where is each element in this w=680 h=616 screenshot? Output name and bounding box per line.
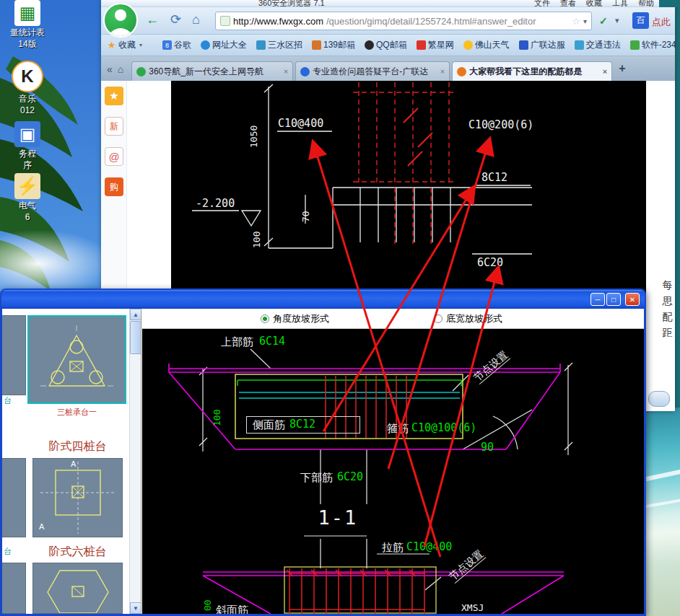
tab-close-icon[interactable]: ×	[440, 67, 445, 76]
security-check-icon[interactable]: ✓	[599, 15, 608, 27]
page-text: 距	[660, 325, 675, 340]
scroll-up-button[interactable]: ▲	[130, 309, 141, 320]
template-card-partial-1[interactable]	[2, 315, 26, 395]
desktop-icon-music[interactable]: K 音乐 012	[1, 61, 53, 115]
page-text: 每	[660, 277, 675, 293]
refresh-button[interactable]: ⟳	[170, 13, 181, 26]
bookmark-label: QQ邮箱	[376, 39, 407, 51]
bookmark-item-sites[interactable]: 网址大全	[201, 39, 247, 51]
wave-streak	[646, 467, 680, 482]
tab-label: 大家帮我看下这里的配筋都是	[469, 66, 600, 78]
favorites-star-icon[interactable]: ★	[105, 87, 123, 105]
close-button[interactable]: ✕	[625, 293, 640, 306]
promo-link[interactable]: 点此	[652, 16, 671, 29]
page-text: 思	[660, 293, 675, 309]
menu-favorites[interactable]: 收藏	[586, 0, 602, 7]
bookmark-label: 收藏	[118, 39, 136, 51]
browser-titlebar[interactable]: 360安全浏览器 7.1 文件 查看 收藏 工具 帮助	[101, 0, 675, 7]
weibo-icon[interactable]: 新	[105, 117, 123, 136]
template-scrollbar[interactable]: ▲ ▼	[129, 309, 141, 614]
radio-width-slope[interactable]: 底宽放坡形式	[434, 312, 502, 325]
nav-dropdown-icon[interactable]: ▾	[615, 16, 619, 25]
bookmark-item-weather[interactable]: 佛山天气	[463, 39, 510, 51]
slope-type-bar: 角度放坡形式 底宽放坡形式	[142, 309, 644, 329]
template-title-four: 阶式四桩台	[32, 439, 123, 454]
tab-360nav[interactable]: 360导航_新一代安全上网导航 ×	[131, 61, 293, 81]
dim-left-100: 100	[212, 410, 222, 426]
tab-label: 专业造价问题答疑平台-广联达	[313, 66, 437, 78]
menu-help[interactable]: 帮助	[638, 0, 654, 7]
radio-angle-slope[interactable]: 角度放坡形式	[261, 312, 329, 325]
template-caption-tri: 三桩承台一	[27, 407, 126, 418]
menu-view[interactable]: 查看	[560, 0, 576, 7]
tab-close-icon[interactable]: ×	[603, 67, 607, 76]
page-scroll-thumb[interactable]	[648, 391, 670, 407]
screen: ▦ 量统计表 14版 K 音乐 012 ▣ 务程 序 ⚡ 电气 6 360安全浏…	[0, 0, 680, 616]
dialog-titlebar[interactable]: ─ □ ✕	[1, 290, 645, 309]
bookmark-item-sanshui[interactable]: 三水区招	[256, 39, 302, 51]
baidu-glyph: 百	[637, 14, 645, 27]
desktop-icon-service[interactable]: ▣ 务程 序	[1, 121, 53, 170]
desktop-icon-label: 务程	[19, 149, 36, 159]
bookmark-label: 广联达服	[531, 39, 565, 51]
tab-favicon-360	[136, 67, 146, 76]
back-button[interactable]: ←	[146, 13, 159, 26]
maximize-button[interactable]: □	[606, 293, 621, 306]
url-dropdown-icon[interactable]: ▾	[583, 17, 587, 25]
g-icon	[519, 40, 528, 50]
side-bars-value: 8C12	[289, 419, 315, 430]
label-slope-bars: 斜面筋	[216, 604, 248, 614]
home-button[interactable]: ⌂	[192, 13, 200, 26]
bookmark-item-139mail[interactable]: 139邮箱	[312, 39, 355, 51]
desktop-icon-label: 电气	[19, 201, 36, 211]
bookmark-label: 三水区招	[268, 39, 302, 51]
menu-file[interactable]: 文件	[534, 0, 550, 7]
wallpaper-beach	[646, 408, 680, 616]
template-card-four-pile[interactable]: A A	[32, 458, 123, 537]
tab-scroll-left-button[interactable]: «	[107, 63, 113, 75]
template-card-tri-pile[interactable]	[27, 315, 126, 404]
bookmark-item-software[interactable]: 软件-234	[630, 39, 676, 51]
service-app-icon: ▣	[14, 121, 40, 147]
desktop-icon-label: 序	[23, 160, 32, 170]
section-mark-a: A	[71, 459, 76, 468]
tab-home-button[interactable]: ⌂	[118, 63, 123, 75]
new-tab-button[interactable]: +	[619, 62, 625, 75]
doc-icon	[256, 40, 266, 50]
baidu-search-icon[interactable]: 百	[632, 12, 649, 29]
software-icon	[630, 40, 640, 50]
desktop-icon-electric[interactable]: ⚡ 电气 6	[1, 173, 53, 222]
desktop-icon-label: 6	[25, 212, 30, 222]
favorite-star-icon[interactable]: ☆	[572, 16, 580, 27]
menu-tools[interactable]: 工具	[612, 0, 628, 7]
scroll-down-button[interactable]: ▼	[130, 602, 141, 614]
template-caption-partial: 台	[4, 546, 12, 557]
mail-at-icon[interactable]: @	[105, 147, 123, 166]
template-card-partial-3[interactable]	[2, 563, 26, 614]
minimize-button[interactable]: ─	[590, 293, 605, 306]
bookmark-item-traffic[interactable]: 交通违法	[575, 39, 621, 51]
four-pile-drawing	[33, 459, 122, 537]
bookmark-item-fanxing[interactable]: 繁星网	[417, 39, 454, 51]
tab-glodon-qa[interactable]: 专业造价问题答疑平台-广联达 ×	[295, 61, 450, 81]
tab-close-icon[interactable]: ×	[284, 67, 288, 76]
scroll-thumb[interactable]	[130, 321, 141, 354]
bookmark-favorites[interactable]: ★ 收藏 ▾	[107, 39, 144, 51]
dim-bottom: 00	[203, 599, 212, 611]
taobao-icon[interactable]: 购	[105, 177, 123, 196]
bookmark-label: 佛山天气	[475, 39, 510, 51]
template-card-partial-2[interactable]	[2, 458, 26, 537]
label-top-spacing: C10@400	[278, 118, 323, 129]
tab-current-question[interactable]: 大家帮我看下这里的配筋都是 ×	[452, 61, 612, 81]
desktop-icon-stats[interactable]: ▦ 量统计表 14版	[1, 0, 53, 49]
bookmark-item-google[interactable]: 8谷歌	[162, 39, 191, 51]
six-pile-drawing	[33, 563, 122, 613]
bookmark-item-qqmail[interactable]: QQ邮箱	[365, 39, 407, 51]
address-bar[interactable]: http://www.fwxgx.com /question/gimq/deta…	[215, 12, 592, 30]
bookmark-label: 谷歌	[174, 39, 191, 51]
template-card-six-pile[interactable]	[32, 563, 123, 614]
section-title: 1-1	[305, 508, 370, 527]
bookmark-item-glodon[interactable]: 广联达服	[519, 39, 565, 51]
tab-favicon-qa	[300, 67, 310, 76]
user-avatar[interactable]	[103, 3, 138, 38]
